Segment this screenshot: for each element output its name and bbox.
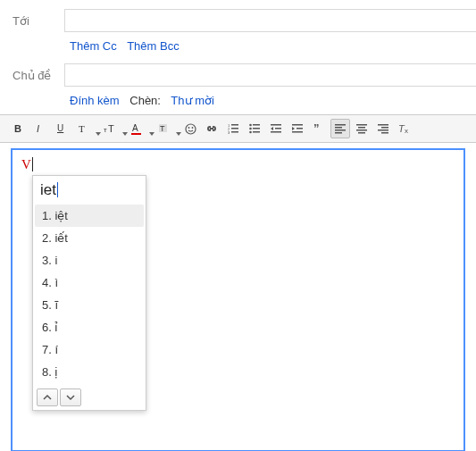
- svg-rect-17: [231, 128, 238, 129]
- svg-rect-38: [356, 129, 367, 131]
- indent-less-button[interactable]: [266, 119, 286, 138]
- svg-rect-24: [253, 131, 260, 133]
- svg-rect-40: [378, 124, 388, 126]
- indent-more-button[interactable]: [288, 119, 307, 138]
- highlight-color-button[interactable]: T: [154, 119, 179, 138]
- svg-rect-16: [231, 124, 238, 126]
- svg-text:U: U: [57, 123, 63, 133]
- emoticon-button[interactable]: [180, 119, 200, 138]
- text-caret-icon: [32, 157, 33, 171]
- svg-rect-23: [253, 128, 260, 129]
- svg-rect-36: [356, 124, 367, 126]
- add-bcc-link[interactable]: Thêm Bcc: [127, 39, 180, 53]
- text-color-button[interactable]: A: [127, 119, 152, 138]
- link-button[interactable]: [202, 119, 221, 138]
- svg-text:x: x: [405, 127, 408, 134]
- underline-button[interactable]: U: [52, 119, 71, 138]
- svg-text:T: T: [79, 123, 85, 134]
- remove-formatting-button[interactable]: Tx: [395, 119, 414, 138]
- attach-link[interactable]: Đính kèm: [70, 94, 120, 107]
- invitation-link[interactable]: Thư mời: [171, 94, 214, 107]
- svg-text:B: B: [14, 123, 21, 134]
- font-size-button[interactable]: тT: [100, 119, 125, 138]
- ime-candidate[interactable]: 4. ì: [35, 271, 144, 294]
- svg-point-19: [249, 124, 252, 127]
- svg-rect-25: [271, 124, 281, 126]
- bold-button[interactable]: B: [9, 119, 29, 138]
- font-family-button[interactable]: T: [73, 119, 98, 138]
- svg-rect-33: [335, 127, 342, 129]
- svg-rect-32: [335, 124, 346, 126]
- ime-prev-button[interactable]: [37, 388, 58, 406]
- compose-body[interactable]: V iet 1. iệt2. iết3. i4. ì5. ĩ6. ỉ7. í8.…: [11, 148, 465, 451]
- ime-candidate[interactable]: 2. iết: [35, 227, 144, 249]
- to-label: Tới: [0, 14, 64, 28]
- svg-point-20: [249, 128, 252, 130]
- svg-rect-30: [292, 131, 303, 133]
- bulleted-list-button[interactable]: [245, 119, 264, 138]
- ime-candidate[interactable]: 3. i: [35, 249, 144, 271]
- align-right-button[interactable]: [373, 119, 393, 138]
- numbered-list-button[interactable]: 123: [223, 119, 243, 138]
- svg-text:I: I: [37, 123, 39, 134]
- align-center-button[interactable]: [352, 119, 372, 138]
- typed-text: V: [21, 157, 31, 171]
- svg-rect-7: [131, 133, 141, 135]
- svg-rect-37: [358, 127, 365, 129]
- to-field[interactable]: [64, 9, 476, 32]
- svg-rect-27: [271, 131, 281, 133]
- subject-label: Chủ đề: [0, 69, 64, 82]
- svg-rect-29: [296, 128, 303, 129]
- subject-field[interactable]: [64, 63, 476, 87]
- svg-rect-26: [275, 128, 281, 129]
- align-left-button[interactable]: [330, 119, 350, 138]
- svg-rect-34: [335, 129, 346, 131]
- svg-text:3: 3: [228, 130, 230, 134]
- svg-point-21: [249, 131, 252, 134]
- svg-rect-28: [292, 124, 303, 126]
- svg-rect-22: [253, 124, 260, 126]
- ime-candidate[interactable]: 6. ỉ: [35, 316, 144, 338]
- svg-point-12: [191, 127, 193, 129]
- ime-popup: iet 1. iệt2. iết3. i4. ì5. ĩ6. ỉ7. í8. ị: [32, 175, 146, 411]
- svg-rect-42: [378, 129, 388, 131]
- ime-next-button[interactable]: [60, 388, 81, 406]
- svg-text:”: ”: [313, 123, 320, 134]
- svg-text:A: A: [132, 123, 138, 133]
- insert-label: Chèn:: [129, 94, 161, 107]
- svg-text:T: T: [108, 123, 114, 134]
- formatting-toolbar: B I U T тT A T 123 ” Tx: [0, 114, 476, 143]
- svg-text:T: T: [160, 124, 165, 133]
- svg-point-11: [188, 127, 189, 129]
- italic-button[interactable]: I: [30, 119, 50, 138]
- svg-rect-35: [335, 132, 342, 134]
- svg-text:т: т: [104, 126, 107, 134]
- ime-candidate[interactable]: 7. í: [35, 338, 144, 361]
- ime-candidate[interactable]: 5. ĩ: [35, 294, 144, 316]
- svg-rect-39: [358, 132, 365, 134]
- quote-button[interactable]: ”: [309, 119, 329, 138]
- ime-candidate[interactable]: 1. iệt: [35, 205, 144, 227]
- add-cc-link[interactable]: Thêm Cc: [70, 39, 117, 53]
- svg-rect-41: [381, 127, 388, 129]
- svg-rect-18: [231, 131, 238, 133]
- ime-buffer: iet: [33, 176, 146, 203]
- svg-point-10: [186, 124, 196, 134]
- svg-rect-43: [381, 132, 388, 134]
- ime-candidate[interactable]: 8. ị: [35, 361, 144, 383]
